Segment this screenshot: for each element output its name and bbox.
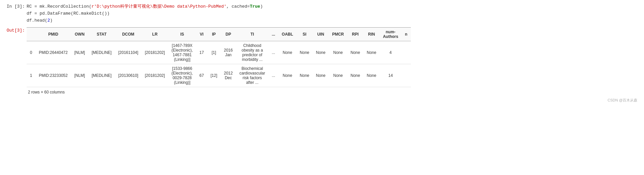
col-header-ellipsis: ... — [268, 28, 278, 41]
col-header-own: OWN — [71, 28, 88, 41]
cell-row1-vi: 67 — [196, 64, 207, 87]
table-header-row: PMID OWN STAT DCOM LR IS VI IP DP TI ...… — [27, 28, 411, 41]
cell-row1-lr: [20181202] — [142, 64, 168, 87]
cell-row1-is: [1533-9866(Electronic),0029-7828(Linking… — [168, 64, 196, 87]
string-literal: r'D:\python科学计量可视化\数据\Demo data\Python-P… — [91, 4, 227, 9]
col-header-ti: TI — [236, 28, 268, 41]
cell-row0-is: [1467-789X(Electronic),1467-7881(Linking… — [168, 41, 196, 64]
cell-row0-ti: Childhoodobesity as apredictor ofmorbidi… — [236, 41, 268, 64]
col-header-is: IS — [168, 28, 196, 41]
table-row: 1 PMID:23233052 [NLM] [MEDLINE] [2013061… — [27, 64, 411, 87]
col-header-index — [27, 28, 36, 41]
cell-row1-ip: [12] — [207, 64, 221, 87]
cell-row1-ti: Biochemicalcardiovascularrisk factorsaft… — [236, 64, 268, 87]
col-header-stat: STAT — [88, 28, 115, 41]
col-header-si: SI — [296, 28, 313, 41]
watermark: CSDN @百木从森 — [0, 98, 644, 105]
input-label: In [3]: — [7, 3, 27, 9]
cell-row1-si: None — [296, 64, 313, 87]
cell-row1-index: 1 — [27, 64, 36, 87]
cell-row1-pmid: PMID:23233052 — [36, 64, 71, 87]
output-label: Out[3]: — [7, 26, 27, 33]
cell-row0-ip: [1] — [207, 41, 221, 64]
col-header-rin: RIN — [363, 28, 380, 41]
row-summary: 2 rows × 60 columns — [27, 90, 637, 98]
table-row: 0 PMID:26440472 [NLM] [MEDLINE] [2016110… — [27, 41, 411, 64]
dataframe-table: PMID OWN STAT DCOM LR IS VI IP DP TI ...… — [27, 27, 411, 87]
cell-row1-ellipsis: ... — [268, 64, 278, 87]
cell-row1-rin: None — [363, 64, 380, 87]
cell-row1-stat: [MEDLINE] — [88, 64, 115, 87]
col-header-rpi: RPI — [347, 28, 364, 41]
cell-row0-rpi: None — [347, 41, 364, 64]
cell-row0-lr: [20181202] — [142, 41, 168, 64]
cell-row1-oabl: None — [278, 64, 296, 87]
cell-row0-index: 0 — [27, 41, 36, 64]
cell-row0-own: [NLM] — [71, 41, 88, 64]
col-header-num-authors: num-Authors — [380, 28, 402, 41]
cell-row0-pmid: PMID:26440472 — [36, 41, 71, 64]
col-header-vi: VI — [196, 28, 207, 41]
col-header-n: n — [402, 28, 410, 41]
cell-row0-uin: None — [313, 41, 329, 64]
cell-row0-stat: [MEDLINE] — [88, 41, 115, 64]
cell-row0-dcom: [20161104] — [115, 41, 141, 64]
cell-row0-oabl: None — [278, 41, 296, 64]
cell-row1-dcom: [20130610] — [115, 64, 141, 87]
cell-row1-pmcr: None — [329, 64, 347, 87]
col-header-ip: IP — [207, 28, 221, 41]
cell-row1-own: [NLM] — [71, 64, 88, 87]
code-line-2: df = pd.DataFrame(RC.makeDict()) — [27, 10, 263, 17]
cell-row1-uin: None — [313, 64, 329, 87]
code-line-1: RC = mk.RecordCollection(r'D:\python科学计量… — [27, 3, 263, 10]
code-line-3: df.head(2) — [27, 17, 263, 24]
cell-row0-dp: 2016Jan — [221, 41, 236, 64]
cell-row0-n — [402, 41, 410, 64]
boolean-true: True — [250, 4, 260, 9]
col-header-lr: LR — [142, 28, 168, 41]
cell-row1-dp: 2012Dec — [221, 64, 236, 87]
code-block: RC = mk.RecordCollection(r'D:\python科学计量… — [27, 3, 263, 24]
col-header-oabl: OABL — [278, 28, 296, 41]
cell-row0-si: None — [296, 41, 313, 64]
number-literal: 2 — [47, 18, 50, 23]
col-header-pmid: PMID — [36, 28, 71, 41]
col-header-dp: DP — [221, 28, 236, 41]
cell-row0-ellipsis: ... — [268, 41, 278, 64]
cell-row0-num-authors: 4 — [380, 41, 402, 64]
cell-row0-rin: None — [363, 41, 380, 64]
cell-row0-vi: 17 — [196, 41, 207, 64]
output-content: PMID OWN STAT DCOM LR IS VI IP DP TI ...… — [27, 26, 637, 98]
col-header-uin: UIN — [313, 28, 329, 41]
cell-row1-num-authors: 14 — [380, 64, 402, 87]
col-header-dcom: DCOM — [115, 28, 141, 41]
cell-row0-pmcr: None — [329, 41, 347, 64]
cell-row1-n — [402, 64, 410, 87]
cell-row1-rpi: None — [347, 64, 364, 87]
col-header-pmcr: PMCR — [329, 28, 347, 41]
